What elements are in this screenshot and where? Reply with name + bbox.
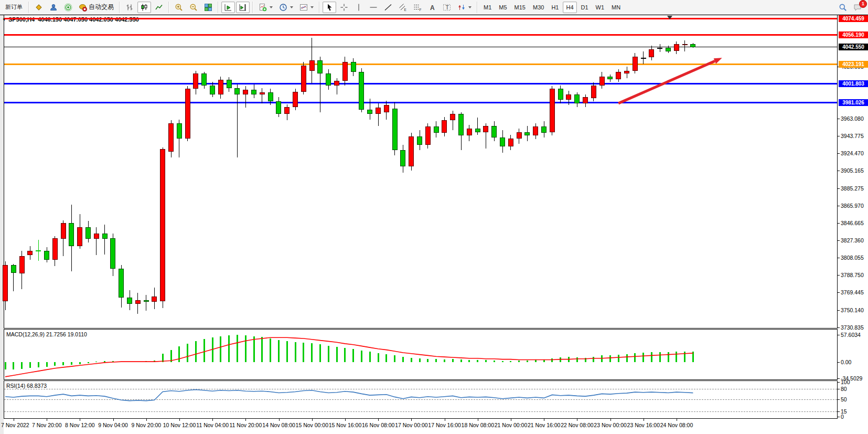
timeframe-d1-label: D1 [581,4,588,10]
price-tag-3981.026: 3981.026 [839,99,868,106]
rsi-axis-tick [838,382,840,383]
search-button[interactable] [836,2,850,13]
candle-body [77,227,82,246]
line-chart-button[interactable] [152,2,166,13]
candle-body [458,114,464,135]
macd-histogram-bar [5,362,6,369]
cursor-button[interactable] [323,2,336,13]
zoom-out-button[interactable] [187,2,200,13]
timeframe-d1[interactable]: D1 [578,2,592,13]
candle-body [168,123,174,152]
price-axis-label: 3788.750 [841,272,864,278]
chart-shift-button[interactable] [236,2,250,13]
horizontal-line-button[interactable] [367,2,380,13]
equidistant-channel-button[interactable]: E [396,2,410,13]
macd-histogram-bar [477,360,478,363]
quotes-icon-button[interactable] [32,2,46,13]
bar-chart-button[interactable] [123,2,136,13]
dropdown-caret-icon[interactable] [270,6,273,8]
line-chart-icon [155,3,163,12]
horizontal-line-4042.55[interactable] [4,47,837,47]
candle-body [508,139,513,146]
macd-axis-tick [838,335,840,335]
horizontal-line-3981.026[interactable] [4,102,837,103]
label-button[interactable]: T [440,2,454,13]
rsi-indicator-label: RSI(14) 68.8373 [6,383,47,389]
price-axis-tick [838,258,840,258]
fibonacci-button[interactable]: F [411,2,424,13]
macd-histogram-bar [29,362,31,368]
notifications-button[interactable]: 1 [851,2,864,13]
candle-body [268,92,273,101]
autotrading-button[interactable]: 自动交易 [76,2,116,13]
zoom-in-button[interactable] [172,2,186,13]
horizontal-line-4074.459[interactable] [4,18,837,19]
crosshair-button[interactable] [337,2,351,13]
macd-histogram-bar [427,359,428,362]
timeframe-m30[interactable]: M30 [530,2,547,13]
timeframe-w1[interactable]: W1 [593,2,608,13]
macd-indicator-label: MACD(12,26,9) 21.7256 19.0110 [6,331,87,337]
new-order-button[interactable]: 新订单 [2,2,26,13]
macd-histogram-bar [618,355,619,362]
auto-scroll-button[interactable] [221,2,235,13]
tile-windows-button[interactable] [201,2,215,13]
chart-shift-marker-icon[interactable] [667,16,672,19]
dropdown-caret-icon[interactable] [468,6,471,8]
macd-histogram-bar [402,357,404,362]
candle-body [135,300,141,304]
macd-histogram-bar [79,362,81,364]
timeframe-m1[interactable]: M1 [480,2,495,13]
time-axis-tick [644,419,644,421]
price-axis-label: 3963.080 [841,115,864,122]
macd-histogram-bar [303,343,304,362]
macd-histogram-bar [609,355,611,363]
macd-histogram-bar [518,361,520,362]
macd-axis-label: 0.00 [841,359,851,365]
macd-histogram-bar [237,335,238,362]
rsi-level-line-50 [4,399,837,400]
timeframe-h4[interactable]: H4 [563,2,576,13]
templates-button[interactable] [297,2,316,13]
arrow-objects-button[interactable] [455,2,474,13]
horizontal-line-4023.191[interactable] [4,63,837,65]
profile-icon-button[interactable] [47,2,60,13]
timeframe-m15[interactable]: M15 [511,2,529,13]
price-axis-label: 3943.775 [841,133,864,139]
candle-wick [104,225,105,255]
timeframe-m5[interactable]: M5 [496,2,510,13]
time-axis-tick [511,419,511,421]
macd-axis-tick [838,362,840,363]
horizontal-line-4056.19[interactable] [4,34,837,36]
macd-histogram-bar [203,339,205,362]
macd-histogram-bar [502,361,503,362]
time-axis-tick [577,419,577,421]
price-axis-tick [838,327,840,328]
macd-histogram-bar [378,353,379,362]
candlestick-chart-button[interactable] [137,2,151,13]
macd-histogram-bar [162,354,164,362]
timeframe-h1[interactable]: H1 [548,2,562,13]
price-axis-tick [838,223,840,224]
macd-histogram-bar [104,361,105,362]
text-button[interactable]: A [425,2,439,13]
rsi-level-line-15 [4,411,837,412]
zoom-out-icon [189,3,198,12]
price-axis-label: 3808.055 [841,255,864,261]
price-tag-4074.459: 4074.459 [839,15,868,22]
trendline-button[interactable] [381,2,395,13]
vertical-line-button[interactable] [352,2,366,13]
macd-histogram-bar [551,358,553,362]
dropdown-caret-icon[interactable] [290,6,293,8]
timeframe-mn[interactable]: MN [608,2,624,13]
macd-histogram-bar [468,360,470,363]
dropdown-caret-icon[interactable] [310,6,314,8]
horizontal-line-4001.803[interactable] [4,83,837,84]
new-chart-button[interactable] [256,2,275,13]
candle-body [409,136,414,166]
candle-body [524,132,530,136]
signals-icon-button[interactable] [61,2,75,13]
periods-button[interactable] [276,2,296,13]
macd-histogram-bar [187,344,188,362]
candle-body [152,297,157,302]
